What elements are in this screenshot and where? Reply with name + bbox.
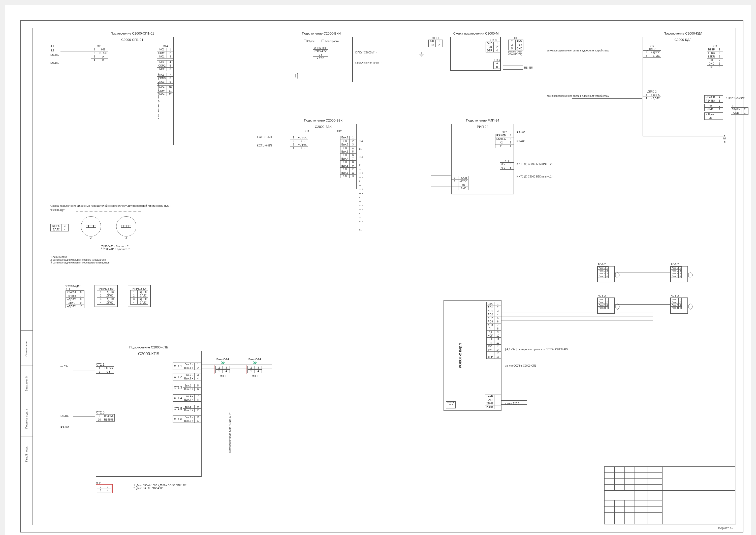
svg-marker-6 xyxy=(688,272,691,278)
kdl-hdr: С2000-КДЛ xyxy=(643,37,723,42)
mpn-box-2: 2314 xyxy=(246,365,263,374)
db9: розетка DB9F xyxy=(508,50,524,53)
akb-icon: АКБ 12В 7А*ч xyxy=(446,401,456,408)
kpb-l2: RS-485 xyxy=(61,426,69,429)
det-it: "С2000-ИТ" с Бриз исп.01 xyxy=(101,248,212,251)
rokot-table: Сеть1 ЛО12 ЛО13 ЛО24 ЛО25 ЛО36 ЛО37 ПЧ8 … xyxy=(486,302,501,359)
m-xt13-hdr: XT1.3 xyxy=(486,39,501,42)
rip-xt1: 0 V6 0 V5 xyxy=(500,162,514,170)
svg-marker-8 xyxy=(688,303,691,310)
bzk-title: Подключение С2000-БЗК xyxy=(290,119,357,122)
side-label-2: Подпись и дата xyxy=(25,409,28,429)
det-dip: "ДИП-34А" с Бриз исп.01 xyxy=(101,245,212,248)
ipr-kdl: RS485A6 RS485B7 +ДПЛС8 -ДПЛС9 +ДПЛС10 xyxy=(66,291,84,308)
kdl-note2: двухпроводная линия связи к адресным уст… xyxy=(547,95,609,97)
m-xt13: GND1 TxD2 DTR4 xyxy=(486,42,501,52)
det-line0: 1-линия связи xyxy=(50,256,212,258)
sp1-xt1-table: 10 В 2+U осн 3A 4B xyxy=(91,48,108,62)
sp1-rightnote: к автоматике противопожарных систем xyxy=(157,73,160,119)
speaker-3: АС-5-2 Лин.11 Лин.12 Лин.23 Лин.24 xyxy=(597,297,615,314)
kdl-pku: К ПКУ "С2000М" xyxy=(726,97,745,99)
svg-marker-0 xyxy=(296,73,298,78)
rip-hdr: РИП 24 xyxy=(451,124,514,129)
side-label-3: Инв.N подл. xyxy=(25,446,28,462)
kdl-xt2b: 3+ ДПЛС 4- ДПЛС xyxy=(643,93,661,100)
block-rokot: РОКОТ-2 вар.3 Сеть1 ЛО12 ЛО13 ЛО24 ЛО25 … xyxy=(444,300,501,411)
kpb-xt25: 9RS485A 10RS485B xyxy=(96,414,115,422)
kpb-l0: от БЗК xyxy=(61,365,68,368)
bki-block: Блокировка xyxy=(325,40,339,42)
bzk-hdr: С2000-БЗК xyxy=(290,124,356,129)
speaker-1: АС-2-2 Лин.11 Лин.12 Лин.23 Лин.24 xyxy=(597,266,615,282)
rokot-power: - АКБ + АКБ 220 В 220 В xyxy=(485,395,501,409)
sp1-left3: RS-485 xyxy=(50,62,59,65)
sp1-left2: RS-485 xyxy=(50,54,59,56)
sp1-xt1-hdr: XT1 xyxy=(91,45,108,48)
block-speakers: АС-2-2 Лин.11 Лин.12 Лин.23 Лин.24 АС-2-… xyxy=(597,266,688,314)
bzk-xt2: Вых.11 0 В2 Вых.23 0 В4 Вых.35 0 В6 Вых.… xyxy=(340,136,357,178)
kpb-outs: XT1.1Вых.1 -1 Вых.1 +2 XT1.2Вых.2 -3 Вых… xyxy=(173,363,202,423)
rip-rs2: RS-485 xyxy=(517,140,525,143)
side-strip: Согласовано Взам.инв. N Подпись и дата И… xyxy=(20,28,33,525)
bzk-l1: К XT1 (6) БП xyxy=(257,144,272,147)
m-xt12-hdr: XT1.2 xyxy=(494,59,501,62)
rokot-title: РОКОТ-2 вар.3 xyxy=(458,343,462,368)
comport: COM(RS232) xyxy=(508,53,524,55)
bki-note-pku: К ПКУ "С2000М" xyxy=(355,51,377,54)
sp1-left1: -L2 xyxy=(50,49,54,52)
m-title: Схема подключения С2000-М xyxy=(428,32,524,35)
blik-label-2: Блик С-24 xyxy=(246,358,263,361)
ipr-box2: 1+ДПЛС 2-ДПЛС 3+ДПЛС 4-ДПЛС xyxy=(130,290,148,305)
block-kdl: Подключение С2000-КДЛ С2000-КДЛ XT2 ДПЛС… xyxy=(643,32,723,136)
block-rip: Подключение РИП-24 РИП 24 XT2 RS485B4 RS… xyxy=(451,119,514,194)
m-xt11-hdr: XT1.1 xyxy=(428,37,443,40)
bulb-icon xyxy=(221,361,225,364)
det-line1: 2-розетка соединительная первого извещат… xyxy=(50,258,212,261)
m-xt11: 0 В1 +U2 xyxy=(428,40,443,47)
block-ipr: "С2000-КДЛ" XT1 RS485A6 RS485B7 +ДПЛС8 -… xyxy=(66,285,151,308)
m-rs485: RS-485 xyxy=(524,66,533,69)
block-sp1: Подключение С2000-СП1-01 С2000-СП1-01 XT… xyxy=(91,32,174,145)
rip-note1: К XT1 (1) С2000-БЗК (или +L2) xyxy=(517,163,553,165)
kdl-note1: двухпроводная линия связи к адресным уст… xyxy=(547,49,609,52)
mpn-box-1: 2314 xyxy=(214,365,231,374)
sp1-left0: -L1 xyxy=(50,44,54,47)
blik-label-1: Блик С-24 xyxy=(214,358,231,361)
sp1-device-title: С2000-СП1-01 xyxy=(91,37,174,42)
block-bzk: Подключение С2000-БЗК С2000-БЗК XT1XT2 1… xyxy=(290,119,357,189)
det-line2: 3-розетка соединительная последнего изве… xyxy=(50,261,212,264)
det-kdl: "С2000-КДЛ" xyxy=(50,209,212,211)
bki-table: A "RS-485" B"RS-485" 0 В + 12 В xyxy=(313,46,328,60)
det-kdl-terms: +ДПЛС3-ДПЛС4 xyxy=(50,224,68,232)
block-s2000m: Схема подключения С2000-М XT1.1 0 В1 +U2… xyxy=(428,32,524,71)
pc-hdr: ПК xyxy=(508,37,524,40)
kpb-sidenote: к световым табло типа "БЛИК С-24" xyxy=(229,412,231,454)
kdl-xt2a: 1+ ДПЛС 2- ДПЛС xyxy=(643,50,661,58)
bki-title: Подключение С2000-БКИ xyxy=(290,32,353,35)
sp1-section-title: Подключение С2000-СП1-01 xyxy=(91,32,174,35)
rip-xt2: RS485B4 RS485A3 K22 K11 xyxy=(495,134,514,148)
kpb-l1: RS-485 xyxy=(61,415,69,417)
detector-circle-2 xyxy=(116,216,136,237)
kdl-bp-label: БП xyxy=(731,105,748,107)
drawing-sheet: Согласовано Взам.инв. N Подпись и дата И… xyxy=(5,5,751,535)
bzk-xt1: 1+U осн. 20 В 3+U рез. 40 В xyxy=(290,136,308,150)
block-bki: Подключение С2000-БКИ Сброс Блокировка A… xyxy=(290,32,353,82)
det-title: Схема подключения адресных извещателей к… xyxy=(50,204,212,207)
side-label-1: Взам.инв. N xyxy=(25,376,28,391)
rip-note2: К XT1 (3) С2000-БЗК (или +L2) xyxy=(517,175,553,178)
svg-marker-5 xyxy=(615,272,618,278)
res-label: 4,7 кОм xyxy=(505,348,517,351)
detector-circle-1 xyxy=(81,216,101,237)
bulb-icon-2 xyxy=(253,361,256,364)
horn-icon xyxy=(688,303,695,310)
start-note: запуск СОУЭ к С2000-СП1 xyxy=(505,364,536,367)
bzk-l0: К XT1 (1) БП xyxy=(257,136,272,138)
fault-note: контроль исправности СОУЭ к С2000-АР2 xyxy=(519,348,568,351)
kdl-title: Подключение С2000-КДЛ xyxy=(643,32,723,35)
bki-note-power: к источнику питания xyxy=(355,61,382,64)
m-xt12: A B xyxy=(494,62,501,69)
side-label-0: Согласовано xyxy=(25,340,28,356)
kdl-bot: RS485B4 RS485A3 +U2 GND1 + Uрез. 0В xyxy=(704,95,723,120)
speaker-4: АС-5-2 Лин.11 Лин.12 Лин.23 Лин.24 xyxy=(670,297,688,314)
